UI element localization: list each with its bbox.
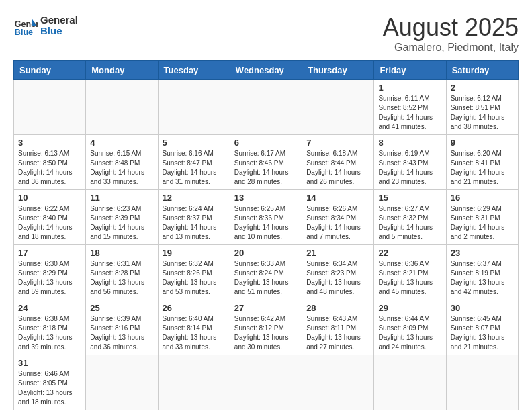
day-info: Sunrise: 6:34 AM Sunset: 8:23 PM Dayligh…: [306, 259, 369, 297]
day-number: 8: [378, 138, 441, 148]
day-info: Sunrise: 6:24 AM Sunset: 8:37 PM Dayligh…: [163, 204, 226, 242]
day-number: 11: [90, 193, 153, 203]
day-info: Sunrise: 6:33 AM Sunset: 8:24 PM Dayligh…: [234, 259, 298, 297]
calendar-cell: 12Sunrise: 6:24 AM Sunset: 8:37 PM Dayli…: [158, 190, 230, 245]
calendar-cell: 26Sunrise: 6:40 AM Sunset: 8:14 PM Dayli…: [158, 300, 230, 355]
calendar-title: August 2025: [383, 13, 519, 42]
day-info: Sunrise: 6:12 AM Sunset: 8:51 PM Dayligh…: [451, 94, 514, 132]
day-info: Sunrise: 6:37 AM Sunset: 8:19 PM Dayligh…: [451, 259, 514, 297]
calendar-header: SundayMondayTuesdayWednesdayThursdayFrid…: [14, 61, 519, 80]
logo-text-general: General: [40, 15, 78, 26]
day-info: Sunrise: 6:27 AM Sunset: 8:32 PM Dayligh…: [378, 204, 441, 242]
calendar-week-3: 10Sunrise: 6:22 AM Sunset: 8:40 PM Dayli…: [14, 190, 519, 245]
calendar-cell: [374, 355, 446, 410]
day-number: 31: [18, 358, 81, 368]
calendar-cell: [230, 355, 302, 410]
day-number: 23: [451, 248, 514, 258]
day-number: 24: [18, 303, 81, 313]
calendar-week-6: 31Sunrise: 6:46 AM Sunset: 8:05 PM Dayli…: [14, 355, 519, 410]
calendar-cell: 25Sunrise: 6:39 AM Sunset: 8:16 PM Dayli…: [86, 300, 158, 355]
weekday-header-monday: Monday: [86, 61, 158, 80]
calendar-cell: 30Sunrise: 6:45 AM Sunset: 8:07 PM Dayli…: [446, 300, 518, 355]
calendar-table: SundayMondayTuesdayWednesdayThursdayFrid…: [13, 60, 519, 410]
calendar-week-5: 24Sunrise: 6:38 AM Sunset: 8:18 PM Dayli…: [14, 300, 519, 355]
calendar-cell: 15Sunrise: 6:27 AM Sunset: 8:32 PM Dayli…: [374, 190, 446, 245]
day-info: Sunrise: 6:15 AM Sunset: 8:48 PM Dayligh…: [90, 149, 153, 187]
day-info: Sunrise: 6:45 AM Sunset: 8:07 PM Dayligh…: [451, 314, 514, 352]
day-number: 5: [163, 138, 226, 148]
calendar-cell: 23Sunrise: 6:37 AM Sunset: 8:19 PM Dayli…: [446, 245, 518, 300]
calendar-cell: 7Sunrise: 6:18 AM Sunset: 8:44 PM Daylig…: [302, 135, 374, 190]
day-number: 12: [163, 193, 226, 203]
day-info: Sunrise: 6:39 AM Sunset: 8:16 PM Dayligh…: [90, 314, 153, 352]
day-number: 9: [451, 138, 514, 148]
day-info: Sunrise: 6:42 AM Sunset: 8:12 PM Dayligh…: [234, 314, 298, 352]
day-info: Sunrise: 6:30 AM Sunset: 8:29 PM Dayligh…: [18, 259, 81, 297]
calendar-cell: 2Sunrise: 6:12 AM Sunset: 8:51 PM Daylig…: [446, 80, 518, 135]
day-info: Sunrise: 6:43 AM Sunset: 8:11 PM Dayligh…: [306, 314, 369, 352]
weekday-header-thursday: Thursday: [302, 61, 374, 80]
day-info: Sunrise: 6:11 AM Sunset: 8:52 PM Dayligh…: [378, 94, 441, 132]
calendar-cell: 5Sunrise: 6:16 AM Sunset: 8:47 PM Daylig…: [158, 135, 230, 190]
calendar-subtitle: Gamalero, Piedmont, Italy: [383, 42, 519, 54]
day-info: Sunrise: 6:13 AM Sunset: 8:50 PM Dayligh…: [18, 149, 81, 187]
day-number: 21: [306, 248, 369, 258]
calendar-cell: 8Sunrise: 6:19 AM Sunset: 8:43 PM Daylig…: [374, 135, 446, 190]
calendar-cell: 4Sunrise: 6:15 AM Sunset: 8:48 PM Daylig…: [86, 135, 158, 190]
day-number: 19: [163, 248, 226, 258]
calendar-week-4: 17Sunrise: 6:30 AM Sunset: 8:29 PM Dayli…: [14, 245, 519, 300]
calendar-cell: [446, 355, 518, 410]
logo-icon: General Blue: [13, 13, 38, 38]
calendar-body: 1Sunrise: 6:11 AM Sunset: 8:52 PM Daylig…: [14, 80, 519, 410]
calendar-cell: 9Sunrise: 6:20 AM Sunset: 8:41 PM Daylig…: [446, 135, 518, 190]
day-number: 26: [163, 303, 226, 313]
calendar-cell: 18Sunrise: 6:31 AM Sunset: 8:28 PM Dayli…: [86, 245, 158, 300]
day-number: 20: [234, 248, 298, 258]
day-number: 3: [18, 138, 81, 148]
day-number: 15: [378, 193, 441, 203]
day-number: 29: [378, 303, 441, 313]
calendar-cell: 27Sunrise: 6:42 AM Sunset: 8:12 PM Dayli…: [230, 300, 302, 355]
calendar-cell: [302, 355, 374, 410]
title-area: August 2025 Gamalero, Piedmont, Italy: [383, 13, 519, 54]
svg-text:Blue: Blue: [15, 28, 33, 37]
calendar-cell: 6Sunrise: 6:17 AM Sunset: 8:46 PM Daylig…: [230, 135, 302, 190]
calendar-cell: 19Sunrise: 6:32 AM Sunset: 8:26 PM Dayli…: [158, 245, 230, 300]
calendar-week-2: 3Sunrise: 6:13 AM Sunset: 8:50 PM Daylig…: [14, 135, 519, 190]
day-number: 6: [234, 138, 298, 148]
weekday-header-tuesday: Tuesday: [158, 61, 230, 80]
calendar-cell: [302, 80, 374, 135]
calendar-week-1: 1Sunrise: 6:11 AM Sunset: 8:52 PM Daylig…: [14, 80, 519, 135]
calendar-cell: 16Sunrise: 6:29 AM Sunset: 8:31 PM Dayli…: [446, 190, 518, 245]
day-number: 22: [378, 248, 441, 258]
calendar-cell: [86, 80, 158, 135]
weekday-header-saturday: Saturday: [446, 61, 518, 80]
day-info: Sunrise: 6:31 AM Sunset: 8:28 PM Dayligh…: [90, 259, 153, 297]
calendar-cell: [230, 80, 302, 135]
day-info: Sunrise: 6:25 AM Sunset: 8:36 PM Dayligh…: [234, 204, 298, 242]
calendar-cell: 28Sunrise: 6:43 AM Sunset: 8:11 PM Dayli…: [302, 300, 374, 355]
weekday-header-row: SundayMondayTuesdayWednesdayThursdayFrid…: [14, 61, 519, 80]
calendar-cell: [158, 355, 230, 410]
day-number: 17: [18, 248, 81, 258]
day-number: 13: [234, 193, 298, 203]
day-number: 28: [306, 303, 369, 313]
day-info: Sunrise: 6:32 AM Sunset: 8:26 PM Dayligh…: [163, 259, 226, 297]
day-info: Sunrise: 6:17 AM Sunset: 8:46 PM Dayligh…: [234, 149, 298, 187]
day-info: Sunrise: 6:22 AM Sunset: 8:40 PM Dayligh…: [18, 204, 81, 242]
calendar-cell: 22Sunrise: 6:36 AM Sunset: 8:21 PM Dayli…: [374, 245, 446, 300]
calendar-cell: 24Sunrise: 6:38 AM Sunset: 8:18 PM Dayli…: [14, 300, 86, 355]
calendar-cell: 29Sunrise: 6:44 AM Sunset: 8:09 PM Dayli…: [374, 300, 446, 355]
day-number: 1: [378, 83, 441, 93]
calendar-cell: 20Sunrise: 6:33 AM Sunset: 8:24 PM Dayli…: [230, 245, 302, 300]
day-info: Sunrise: 6:26 AM Sunset: 8:34 PM Dayligh…: [306, 204, 369, 242]
day-info: Sunrise: 6:20 AM Sunset: 8:41 PM Dayligh…: [451, 149, 514, 187]
calendar-cell: [158, 80, 230, 135]
day-info: Sunrise: 6:16 AM Sunset: 8:47 PM Dayligh…: [163, 149, 226, 187]
calendar-cell: 1Sunrise: 6:11 AM Sunset: 8:52 PM Daylig…: [374, 80, 446, 135]
day-info: Sunrise: 6:19 AM Sunset: 8:43 PM Dayligh…: [378, 149, 441, 187]
calendar-cell: 14Sunrise: 6:26 AM Sunset: 8:34 PM Dayli…: [302, 190, 374, 245]
day-info: Sunrise: 6:38 AM Sunset: 8:18 PM Dayligh…: [18, 314, 81, 352]
day-number: 10: [18, 193, 81, 203]
calendar-cell: 10Sunrise: 6:22 AM Sunset: 8:40 PM Dayli…: [14, 190, 86, 245]
